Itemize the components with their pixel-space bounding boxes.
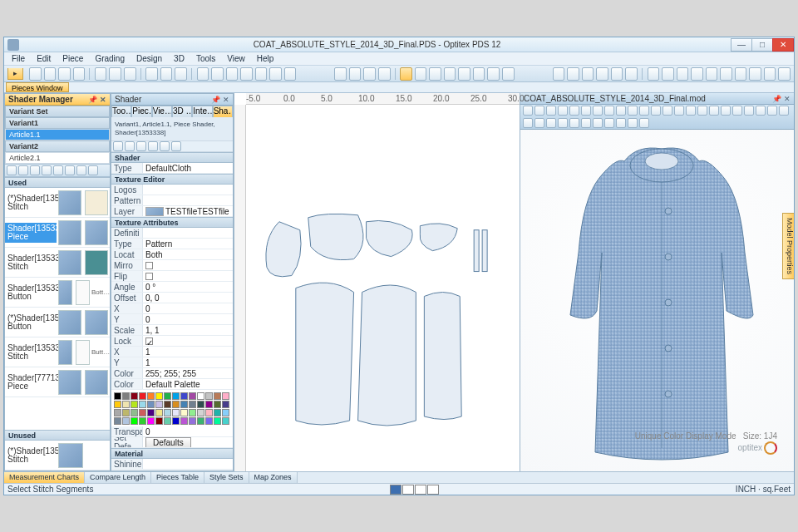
prop-value[interactable]	[143, 228, 233, 238]
section-texture-attributes[interactable]: Texture Attributes	[111, 217, 233, 228]
menu-design[interactable]: Design	[132, 53, 166, 64]
vp3d-tool-24[interactable]	[534, 118, 544, 128]
menu-3d[interactable]: 3D	[170, 53, 189, 64]
section-material[interactable]: Material	[111, 448, 233, 459]
menu-file[interactable]: File	[7, 53, 29, 64]
tool-3d-4[interactable]	[596, 67, 608, 81]
prop-value[interactable]	[143, 195, 233, 205]
tool-f[interactable]	[269, 67, 282, 81]
palette-color[interactable]	[131, 417, 138, 425]
tool-3d-5[interactable]	[611, 67, 623, 81]
pin-icon[interactable]: 📌 ✕	[88, 96, 106, 104]
vp3d-tool-31[interactable]	[616, 118, 626, 128]
tool-c[interactable]	[226, 67, 239, 81]
palette-color[interactable]	[189, 417, 196, 425]
menu-grading[interactable]: Grading	[91, 53, 129, 64]
tool-h5[interactable]	[458, 67, 470, 81]
palette-color[interactable]	[139, 417, 146, 425]
palette-color[interactable]	[164, 401, 171, 408]
palette-color[interactable]	[197, 417, 204, 425]
prop-value[interactable]	[143, 260, 233, 270]
vp3d-tool-15[interactable]	[697, 106, 707, 116]
tool-g1[interactable]	[334, 67, 347, 81]
variant-item[interactable]: Article2.1	[5, 152, 110, 164]
sm-tool-5[interactable]	[53, 165, 63, 175]
menu-view[interactable]: View	[223, 53, 249, 64]
tool-3d-13[interactable]	[735, 67, 747, 81]
tool-h1[interactable]	[400, 67, 412, 81]
tool-g4[interactable]	[378, 67, 391, 81]
prop-value[interactable]: 0	[143, 426, 233, 436]
vp3d-tool-21[interactable]	[767, 106, 777, 116]
defaults-button[interactable]: Defaults	[143, 437, 233, 447]
palette-color[interactable]	[172, 417, 180, 425]
vp3d-tool-23[interactable]	[523, 118, 533, 128]
tool-3d-1[interactable]	[553, 67, 565, 81]
tool-h6[interactable]	[473, 67, 485, 81]
vp3d-tool-22[interactable]	[779, 106, 789, 116]
sm-tool-3[interactable]	[30, 165, 40, 175]
palette-color[interactable]	[139, 392, 146, 400]
sp-tool-5[interactable]	[160, 141, 170, 151]
tool-help[interactable]	[284, 67, 297, 81]
palette-color[interactable]	[205, 401, 213, 408]
palette-color[interactable]	[114, 409, 121, 416]
section-texture-editor[interactable]: Texture Editor	[111, 174, 233, 185]
tool-cut[interactable]	[95, 67, 107, 81]
palette-color[interactable]	[131, 401, 138, 408]
shader-tab[interactable]: Piec…	[131, 106, 151, 117]
tool-h8[interactable]	[502, 67, 515, 81]
palette-color[interactable]	[122, 409, 130, 416]
vp3d-tool-16[interactable]	[709, 106, 719, 116]
vp3d-tool-26[interactable]	[558, 118, 568, 128]
palette-color[interactable]	[155, 417, 163, 425]
vp3d-tool-10[interactable]	[639, 106, 649, 116]
tool-3d-8[interactable]	[662, 67, 674, 81]
tool-g3[interactable]	[363, 67, 376, 81]
palette-color[interactable]	[222, 401, 229, 408]
vp3d-tool-7[interactable]	[604, 106, 614, 116]
palette-color[interactable]	[172, 409, 180, 416]
used-section-header[interactable]: Used	[5, 177, 110, 188]
shader-tab[interactable]: Inte…	[192, 106, 212, 117]
tool-3d-6[interactable]	[625, 67, 638, 81]
tool-new[interactable]	[29, 67, 42, 81]
tool-zoom[interactable]	[175, 67, 187, 81]
palette-color[interactable]	[147, 417, 155, 425]
prop-value[interactable]: Default Palette	[143, 379, 233, 389]
vp3d-tool-19[interactable]	[744, 106, 754, 116]
tool-e[interactable]	[255, 67, 268, 81]
vp3d-tool-3[interactable]	[558, 106, 568, 116]
palette-color[interactable]	[180, 417, 188, 425]
sm-tool-6[interactable]	[65, 165, 75, 175]
minimize-button[interactable]: —	[731, 38, 752, 52]
menu-piece[interactable]: Piece	[58, 53, 87, 64]
variant-item[interactable]: Variant1	[5, 117, 110, 129]
palette-color[interactable]	[197, 401, 204, 408]
vp3d-tool-4[interactable]	[569, 106, 579, 116]
shader-tab[interactable]: 3D …	[172, 106, 192, 117]
bottom-tab[interactable]: Pieces Table	[151, 472, 204, 483]
status-cell[interactable]	[390, 485, 401, 495]
palette-color[interactable]	[114, 417, 121, 425]
prop-value[interactable]: TESTfileTESTfile	[143, 206, 233, 216]
shader-item[interactable]: Shader[1353365]ButtonBott…	[5, 278, 110, 308]
tool-3d-10[interactable]	[691, 67, 703, 81]
tool-h2[interactable]	[415, 67, 427, 81]
palette-color[interactable]	[205, 409, 213, 416]
sp-tool-4[interactable]	[148, 141, 158, 151]
tool-d[interactable]	[240, 67, 253, 81]
vp3d-tool-32[interactable]	[628, 118, 638, 128]
sp-tool-2[interactable]	[125, 141, 135, 151]
variant-item[interactable]: Variant2	[5, 140, 110, 152]
prop-value[interactable]: Pattern	[143, 239, 233, 249]
vp3d-tool-12[interactable]	[663, 106, 672, 116]
tool-a[interactable]	[197, 67, 209, 81]
palette-color[interactable]	[189, 392, 196, 400]
palette-color[interactable]	[180, 401, 188, 408]
bottom-tab[interactable]: Measurement Charts	[4, 472, 85, 483]
prop-value[interactable]: 255; 255; 255	[143, 368, 233, 378]
tool-print[interactable]	[73, 67, 86, 81]
tool-3d-14[interactable]	[749, 67, 761, 81]
tool-3d-12[interactable]	[720, 67, 732, 81]
